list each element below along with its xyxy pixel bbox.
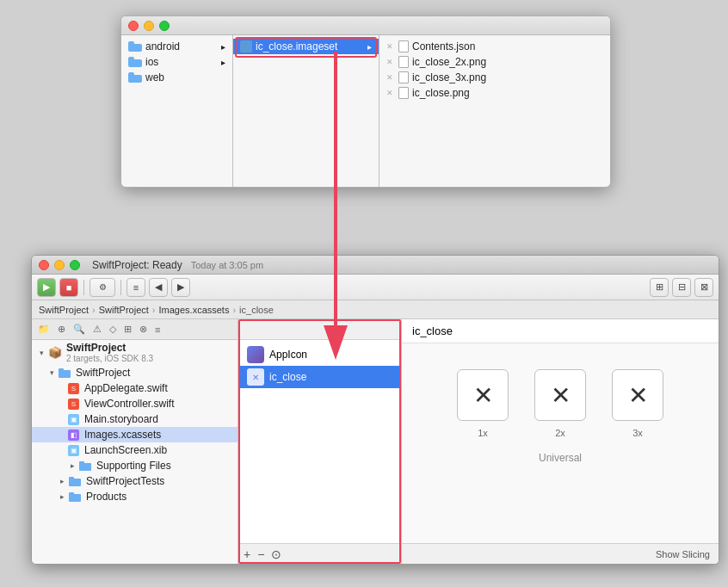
nav-item-launchscreen[interactable]: ▣ LaunchScreen.xib — [32, 442, 238, 458]
nav-debug-btn[interactable]: ⊞ — [121, 322, 134, 337]
breadcrumb-swift-project-2[interactable]: SwiftProject — [99, 305, 149, 315]
icon-slot-1x: ✕ 1x — [457, 369, 509, 438]
nav-item-label: SwiftProject — [76, 367, 130, 379]
asset-list-panel: AppIcon ✕ ic_close + − ⊙ — [238, 319, 402, 564]
close-icon-2x: ✕ — [551, 381, 571, 410]
run-button[interactable]: ▶ — [37, 278, 56, 297]
nav-item-label: Supporting Files — [96, 460, 171, 472]
icon-slot-box-2x: ✕ — [534, 369, 586, 421]
nav-item-swiftproject[interactable]: SwiftProject — [32, 365, 238, 380]
icon-slot-3x: ✕ 3x — [612, 369, 663, 438]
close-x-icon: ✕ — [386, 58, 393, 66]
icon-slot-label-2x: 2x — [555, 428, 565, 438]
xcode-subtitle: Today at 3:05 pm — [191, 260, 263, 270]
asset-item-appicon[interactable]: AppIcon — [238, 343, 401, 366]
breadcrumb-images-xcassets[interactable]: Images.xcassets — [159, 305, 230, 315]
zoom-button[interactable] — [159, 21, 170, 31]
scheme-button[interactable]: ⚙ — [89, 278, 115, 297]
folder-icon — [128, 41, 142, 52]
icon-slot-2x: ✕ 2x — [534, 369, 586, 438]
project-name: SwiftProject — [66, 342, 153, 354]
xcassets-icon: ◧ — [68, 429, 79, 441]
finder-item-contents[interactable]: ✕ Contents.json — [379, 39, 610, 54]
nav-item-viewcontroller[interactable]: S ViewController.swift — [32, 396, 238, 411]
close-button[interactable] — [128, 21, 139, 31]
nav-item-label: Main.storyboard — [84, 413, 158, 425]
breadcrumb-separator: › — [152, 305, 156, 315]
icon-slots: ✕ 1x ✕ 2x ✕ — [457, 369, 663, 438]
nav-item-root[interactable]: 📦 SwiftProject 2 targets, iOS SDK 8.3 — [32, 340, 238, 365]
folder-icon — [69, 477, 81, 486]
xcode-navigator: 📁 ⊕ 🔍 ⚠ ◇ ⊞ ⊗ ≡ 📦 SwiftProject 2 targets… — [32, 319, 238, 564]
asset-item-label: AppIcon — [269, 349, 307, 361]
nav-find-btn[interactable]: 🔍 — [71, 322, 88, 337]
swift-icon: S — [68, 399, 79, 410]
icon-slot-label-1x: 1x — [478, 428, 488, 438]
toolbar-separator — [83, 280, 84, 295]
breadcrumb-swift-project[interactable]: SwiftProject — [39, 305, 89, 315]
breadcrumb-ic-close[interactable]: ic_close — [239, 305, 274, 315]
imageset-icon: ✕ — [247, 368, 264, 386]
file-icon — [398, 56, 409, 68]
nav-item-images-xcassets[interactable]: ◧ Images.xcassets — [32, 427, 238, 442]
show-slicing-button[interactable]: Show Slicing — [656, 549, 710, 559]
finder-window: android ▸ ios ▸ web ic_close.imageset ▸ — [120, 15, 611, 188]
nav-item-products[interactable]: Products — [32, 489, 238, 504]
nav-triangle[interactable] — [58, 477, 66, 485]
asset-list-header — [238, 319, 401, 340]
add-asset-button[interactable]: + — [244, 547, 250, 561]
finder-item-web[interactable]: web — [121, 70, 232, 85]
nav-item-label: Products — [86, 491, 126, 503]
storyboard-icon: ▣ — [68, 414, 79, 425]
finder-item-ios[interactable]: ios ▸ — [121, 54, 232, 70]
chevron-right-icon: ▸ — [221, 58, 225, 67]
nav-issue-btn[interactable]: ⚠ — [90, 322, 104, 337]
finder-item-imageset[interactable]: ic_close.imageset ▸ — [233, 39, 379, 54]
nav-item-tests[interactable]: SwiftProjectTests — [32, 473, 238, 489]
nav-triangle[interactable] — [37, 349, 46, 357]
editor-standard-button[interactable]: ⊞ — [650, 278, 669, 297]
nav-folder-btn[interactable]: 📁 — [35, 322, 52, 337]
universal-label: Universal — [539, 452, 582, 464]
minimize-button[interactable] — [54, 260, 65, 270]
finder-item-1x[interactable]: ✕ ic_close.png — [379, 85, 610, 101]
toolbar-separator — [120, 280, 121, 295]
nav-fwd-button[interactable]: ▶ — [171, 278, 190, 297]
asset-list-footer: + − ⊙ — [238, 543, 401, 564]
finder-item-android[interactable]: android ▸ — [121, 39, 232, 54]
nav-test-btn[interactable]: ◇ — [107, 322, 119, 337]
folder-icon — [128, 57, 142, 67]
detail-body: ✕ 1x ✕ 2x ✕ — [402, 343, 719, 543]
minimize-button[interactable] — [144, 21, 154, 31]
breadcrumb-separator: › — [232, 305, 236, 315]
asset-detail-panel: ic_close ✕ 1x ✕ 2x — [402, 319, 719, 564]
stop-button[interactable]: ■ — [59, 278, 78, 297]
nav-breakpoint-btn[interactable]: ⊗ — [137, 322, 150, 337]
nav-triangle[interactable] — [58, 492, 66, 501]
finder-item-2x[interactable]: ✕ ic_close_2x.png — [379, 54, 610, 70]
nav-triangle[interactable] — [47, 368, 56, 377]
icon-slot-box-3x: ✕ — [612, 369, 663, 421]
folder-icon — [79, 461, 91, 471]
nav-report-btn[interactable]: ≡ — [152, 323, 163, 337]
close-button[interactable] — [39, 260, 49, 270]
nav-item-appdelegate[interactable]: S AppDelegate.swift — [32, 380, 238, 396]
xcode-toolbar: ▶ ■ ⚙ ≡ ◀ ▶ ⊞ ⊟ ⊠ — [32, 275, 719, 300]
nav-search-btn[interactable]: ⊕ — [55, 322, 68, 337]
nav-item-mainstoryboard[interactable]: ▣ Main.storyboard — [32, 411, 238, 427]
nav-item-supporting[interactable]: Supporting Files — [32, 458, 238, 473]
nav-back-button[interactable]: ◀ — [149, 278, 168, 297]
nav-item-label: AppDelegate.swift — [84, 382, 168, 394]
chevron-right-icon: ▸ — [367, 42, 372, 52]
finder-item-3x[interactable]: ✕ ic_close_3x.png — [379, 70, 610, 85]
editor-version-button[interactable]: ⊠ — [694, 278, 713, 297]
remove-asset-button[interactable]: − — [257, 547, 264, 561]
asset-item-ic-close[interactable]: ✕ ic_close — [238, 366, 401, 388]
xib-icon: ▣ — [68, 445, 79, 456]
zoom-button[interactable] — [70, 260, 80, 270]
nav-button[interactable]: ≡ — [126, 278, 145, 297]
options-asset-button[interactable]: ⊙ — [271, 547, 281, 561]
imageset-icon — [240, 40, 252, 53]
editor-assistant-button[interactable]: ⊟ — [672, 278, 691, 297]
nav-triangle[interactable] — [68, 461, 77, 470]
